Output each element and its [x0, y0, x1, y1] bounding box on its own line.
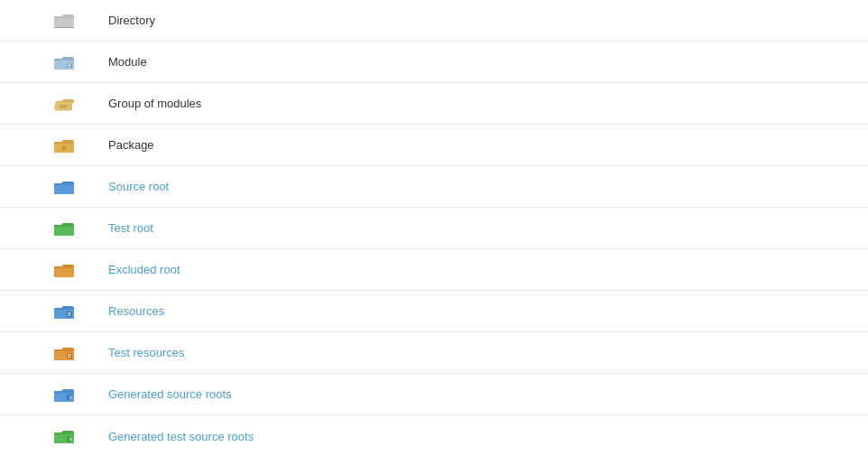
legend-item-excluded-root: Excluded root — [0, 249, 868, 291]
svg-rect-19 — [54, 185, 74, 194]
legend-item-generated-test-source-roots: ⚙ Generated test source roots — [0, 415, 868, 456]
svg-point-17 — [61, 145, 67, 151]
directory-label: Directory — [108, 14, 850, 27]
svg-rect-21 — [54, 227, 74, 236]
source-root-icon — [54, 179, 108, 195]
legend-item-module: Module — [0, 42, 868, 83]
resources-icon — [54, 303, 108, 320]
legend-item-package: Package — [0, 125, 868, 166]
module-label: Module — [108, 55, 850, 69]
legend-list: Directory Module Group of modules Packag… — [0, 0, 868, 456]
group-of-modules-label: Group of modules — [108, 97, 850, 110]
legend-item-source-root: Source root — [0, 166, 868, 208]
group-of-modules-icon — [54, 96, 108, 112]
source-root-label: Source root — [108, 180, 850, 193]
generated-source-roots-icon: ⚙ — [54, 386, 108, 403]
legend-item-test-resources: Test resources — [0, 332, 868, 374]
test-root-icon — [54, 220, 108, 237]
excluded-root-icon — [54, 262, 108, 278]
package-label: Package — [108, 138, 850, 152]
generated-test-source-roots-label: Generated test source roots — [108, 430, 850, 443]
svg-rect-23 — [54, 268, 74, 277]
generated-source-roots-label: Generated source roots — [108, 387, 850, 401]
legend-item-generated-source-roots: ⚙ Generated source roots — [0, 374, 868, 415]
legend-item-group-of-modules: Group of modules — [0, 83, 868, 125]
test-resources-label: Test resources — [108, 346, 850, 359]
test-resources-icon — [54, 345, 108, 361]
svg-rect-14 — [60, 105, 67, 108]
legend-item-test-root: Test root — [0, 208, 868, 249]
legend-item-directory: Directory — [0, 0, 868, 42]
svg-rect-2 — [54, 18, 74, 27]
legend-item-resources: Resources — [0, 291, 868, 332]
generated-test-source-roots-icon: ⚙ — [54, 428, 108, 444]
module-icon — [54, 54, 108, 70]
excluded-root-label: Excluded root — [108, 263, 850, 276]
directory-icon — [54, 13, 108, 29]
resources-label: Resources — [108, 304, 850, 318]
package-icon — [54, 137, 108, 154]
test-root-label: Test root — [108, 221, 850, 235]
